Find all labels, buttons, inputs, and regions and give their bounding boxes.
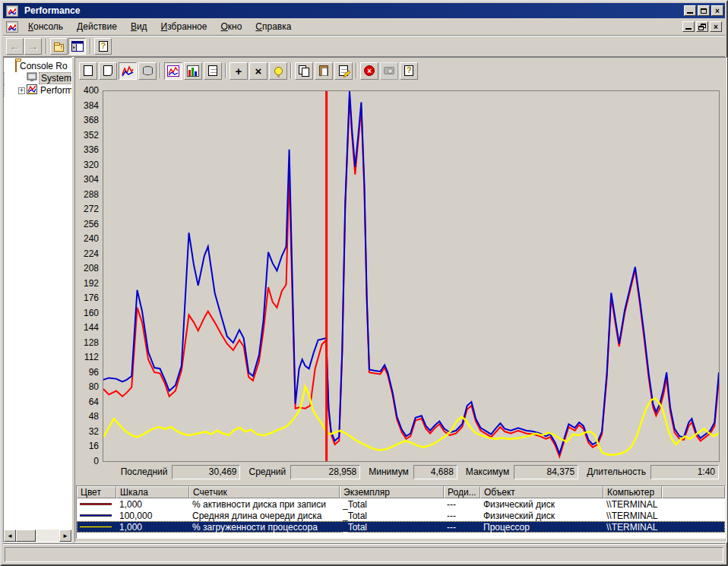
show-hide-tree-button[interactable] <box>68 38 86 55</box>
highlight-icon <box>274 67 283 75</box>
mdi-restore-button[interactable] <box>696 21 708 32</box>
menu-item-dejstvie[interactable]: Действие <box>70 19 124 34</box>
legend-row[interactable]: 1,000% загруженности процессора_Total---… <box>77 521 725 533</box>
minimize-button[interactable] <box>684 5 696 16</box>
view-report-icon <box>208 65 217 76</box>
help-button[interactable]: ? <box>400 62 418 80</box>
legend-rows: 1,000% активности диска при записи_Total… <box>77 498 725 533</box>
menu-items: КонсольДействиеВидИзбранноеОкноСправка <box>21 19 682 34</box>
mdi-close-button[interactable]: × <box>710 21 722 32</box>
tree-items: Console RoSystem+Perform <box>4 58 71 96</box>
copy-properties-button[interactable] <box>295 62 313 80</box>
legend-cell: Процессор <box>480 521 603 533</box>
scroll-thumb[interactable] <box>16 530 36 542</box>
legend-header-row: ЦветШкалаСчетчикЭкземплярРоди...ОбъектКо… <box>77 486 725 498</box>
view-graph-button[interactable] <box>164 62 182 80</box>
scroll-track[interactable] <box>36 530 59 542</box>
legend-cell: \\TERMINAL <box>603 521 662 533</box>
properties-button[interactable] <box>334 62 353 80</box>
tree-item-label: System <box>39 72 72 84</box>
stat-duration: Длительность1:40 <box>587 465 719 479</box>
tree-horizontal-scrollbar[interactable]: ◄ ► <box>4 530 71 542</box>
mdi-minimize-icon <box>685 28 692 30</box>
legend-header-Шкала[interactable]: Шкала <box>116 486 189 498</box>
legend-cell: % загруженности процессора <box>189 521 340 533</box>
menu-item-spravka[interactable]: Справка <box>248 19 298 34</box>
legend-row[interactable]: 1,000% активности диска при записи_Total… <box>77 498 725 510</box>
clear-display-button[interactable] <box>99 62 117 80</box>
legend-cell: _Total <box>340 510 444 521</box>
legend-cell: 100,000 <box>116 510 189 521</box>
delete-counter-icon: × <box>255 65 262 77</box>
highlight-button[interactable] <box>269 62 287 80</box>
paste-counter-list-icon <box>319 65 328 76</box>
add-counter-button[interactable]: + <box>229 62 248 80</box>
legend-cell: \\TERMINAL <box>603 498 662 510</box>
menu-item-okno[interactable]: Окно <box>214 19 248 34</box>
counter-color-line <box>80 514 112 517</box>
menu-item-izbrannoe[interactable]: Избранное <box>154 19 214 34</box>
legend-cell: % активности диска при записи <box>189 498 340 510</box>
mdi-child-icon[interactable] <box>6 21 18 33</box>
counter-color-line <box>80 503 112 505</box>
toolbar-separator <box>225 63 226 78</box>
maximize-icon <box>701 8 707 14</box>
menu-item-konsol[interactable]: Консоль <box>21 19 70 34</box>
freeze-display-button[interactable]: × <box>360 62 378 80</box>
counter-color-line <box>80 526 112 528</box>
legend-header-Компьютер[interactable]: Компьютер <box>603 486 662 498</box>
legend-cell <box>662 510 725 521</box>
scroll-left-button[interactable]: ◄ <box>4 530 16 542</box>
legend-cell <box>662 498 725 510</box>
legend-header-Цвет[interactable]: Цвет <box>77 486 116 498</box>
stat-last: Последний30,469 <box>121 465 241 479</box>
mdi-restore-icon <box>698 24 706 30</box>
close-button[interactable]: × <box>711 5 723 16</box>
legend-header-filler[interactable] <box>662 486 725 498</box>
up-one-level-button[interactable]: ↑ <box>50 38 68 55</box>
view-report-button[interactable] <box>204 62 222 80</box>
help-button[interactable]: ? <box>94 38 112 55</box>
maximize-button[interactable] <box>698 5 710 16</box>
tree-item-performance-logs[interactable]: +Perform <box>4 84 71 96</box>
legend-cell: 1,000 <box>116 521 189 533</box>
tree-connector <box>4 84 15 96</box>
show-hide-tree-icon <box>71 41 84 52</box>
legend-header-Экземпляр[interactable]: Экземпляр <box>340 486 444 498</box>
copy-properties-icon <box>299 65 309 77</box>
close-icon: × <box>715 7 720 15</box>
back-button: ← <box>6 38 24 55</box>
legend-header-Счетчик[interactable]: Счетчик <box>189 486 340 498</box>
stat-maximum: Максимум84,375 <box>466 465 578 479</box>
delete-counter-button[interactable]: × <box>249 62 267 80</box>
stat-value-average: 28,958 <box>290 465 360 479</box>
mdi-minimize-button[interactable] <box>682 21 695 32</box>
view-log-data-button[interactable] <box>138 62 157 80</box>
title-bar[interactable]: Performance × <box>3 3 725 18</box>
legend-header-Объект[interactable]: Объект <box>480 486 603 498</box>
legend-cell: --- <box>444 498 480 510</box>
legend-cell: _Total <box>340 521 444 533</box>
legend-row[interactable]: 100,000Средняя длина очереди диска_Total… <box>77 510 725 521</box>
new-counter-set-button[interactable] <box>79 62 97 80</box>
legend-header-Роди...[interactable]: Роди... <box>444 486 480 498</box>
menu-item-vid[interactable]: Вид <box>124 19 154 34</box>
paste-counter-list-button[interactable] <box>315 62 333 80</box>
toolbar-separator <box>46 39 47 54</box>
scroll-right-button[interactable]: ► <box>59 530 71 542</box>
back-arrow-icon: ← <box>10 41 21 52</box>
view-histogram-icon <box>187 65 199 77</box>
view-histogram-button[interactable] <box>184 62 202 80</box>
view-log-data-icon <box>143 66 153 75</box>
status-bar-panel <box>5 547 723 562</box>
stat-value-maximum: 84,375 <box>514 465 578 479</box>
expand-plus-icon[interactable]: + <box>18 87 25 94</box>
navigation-toolbar: ←→↑? <box>3 36 725 57</box>
view-current-activity-button[interactable] <box>119 62 137 80</box>
perfmon-app-icon <box>6 5 18 17</box>
tree-item-console-root[interactable]: Console Ro <box>4 60 71 72</box>
tree-item-label: Console Ro <box>18 61 69 71</box>
window-title: Performance <box>24 5 684 16</box>
tree-item-system-monitor[interactable]: System <box>4 72 71 84</box>
toolbar-separator <box>90 39 91 54</box>
